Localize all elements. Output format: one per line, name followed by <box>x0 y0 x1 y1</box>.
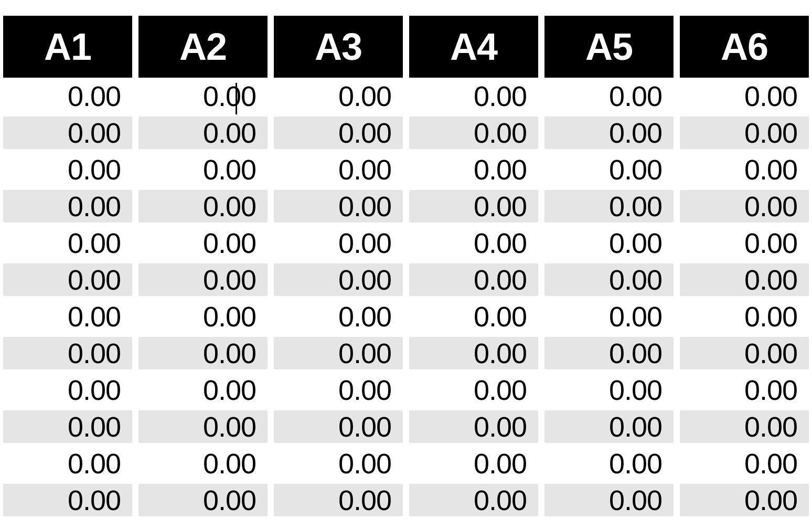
cell[interactable]: 0.00 <box>406 261 541 298</box>
cell[interactable]: 0.00 <box>135 408 271 445</box>
cell-value: 0.00 <box>338 190 391 222</box>
cell[interactable]: 0.00 <box>541 482 677 518</box>
cell[interactable]: 0.00 <box>135 482 271 518</box>
cell[interactable]: 0.00 <box>541 261 677 298</box>
cell[interactable]: 0.00 <box>406 188 541 225</box>
cell[interactable]: 0.00 <box>271 151 406 188</box>
cell[interactable]: 0.00 <box>0 482 135 518</box>
cell-value: 0.00 <box>474 80 527 112</box>
cell[interactable]: 0.00 <box>135 372 271 408</box>
cell-value: 0.00 <box>338 227 391 259</box>
cell[interactable]: 0.00 <box>271 261 406 298</box>
cell[interactable]: 0.00 <box>271 78 406 114</box>
cell[interactable]: 0.00 <box>0 445 135 482</box>
cell[interactable]: 0.00 <box>271 445 406 482</box>
cell[interactable]: 0.00 <box>677 114 812 151</box>
column-header-a2[interactable]: A2 <box>135 16 271 78</box>
column-header-a3[interactable]: A3 <box>271 16 406 78</box>
cell[interactable]: 0.00 <box>271 372 406 408</box>
cell-value: 0.00 <box>338 410 391 443</box>
cell[interactable]: 0.00 <box>406 151 541 188</box>
cell[interactable]: 0.00 <box>677 188 812 225</box>
cell-value: 0.00 <box>203 447 256 480</box>
cell[interactable]: 0.00 <box>406 408 541 445</box>
cell[interactable]: 0.00 <box>677 78 812 114</box>
cell[interactable]: 0.00 <box>271 408 406 445</box>
cell[interactable]: 0.00 <box>135 151 271 188</box>
cell[interactable]: 0.00 <box>135 445 271 482</box>
cell[interactable]: 0.00 <box>406 298 541 335</box>
cell[interactable]: 0.00 <box>541 78 677 114</box>
cell[interactable]: 0.00 <box>541 188 677 225</box>
cell[interactable]: 0.00 <box>0 298 135 335</box>
cell[interactable]: 0.00 <box>0 114 135 151</box>
cell[interactable]: 0.00 <box>271 114 406 151</box>
cell[interactable]: 0.00 <box>135 114 271 151</box>
cell[interactable]: 0.00 <box>677 445 812 482</box>
cell[interactable]: 0.00 <box>271 188 406 225</box>
cell[interactable]: 0.00 <box>0 261 135 298</box>
cell-value: 0.00 <box>338 484 391 516</box>
column-header-a1[interactable]: A1 <box>0 16 135 78</box>
cell[interactable]: 0.00 <box>135 188 271 225</box>
cell[interactable]: 0.00 <box>406 225 541 261</box>
cell[interactable]: 0.00 <box>135 78 271 114</box>
cell[interactable]: 0.00 <box>677 261 812 298</box>
cell[interactable]: 0.00 <box>271 482 406 518</box>
cell[interactable]: 0.00 <box>541 298 677 335</box>
table-row: 0.000.000.000.000.000.00 <box>0 78 812 114</box>
cell[interactable]: 0.00 <box>677 482 812 518</box>
cell-value: 0.00 <box>609 263 662 296</box>
cell[interactable]: 0.00 <box>677 151 812 188</box>
cell-value: 0.00 <box>609 410 662 443</box>
cell[interactable]: 0.00 <box>271 335 406 372</box>
cell[interactable]: 0.00 <box>0 225 135 261</box>
cell-value: 0.00 <box>474 153 527 186</box>
cell[interactable]: 0.00 <box>0 188 135 225</box>
column-header-a6[interactable]: A6 <box>677 16 812 78</box>
cell-value: 0.00 <box>744 116 797 149</box>
cell[interactable]: 0.00 <box>541 335 677 372</box>
cell[interactable]: 0.00 <box>135 225 271 261</box>
cell-value: 0.00 <box>474 484 527 516</box>
cell[interactable]: 0.00 <box>677 372 812 408</box>
cell[interactable]: 0.00 <box>541 445 677 482</box>
cell[interactable]: 0.00 <box>0 151 135 188</box>
cell[interactable]: 0.00 <box>135 298 271 335</box>
cell[interactable]: 0.00 <box>271 298 406 335</box>
cell-value: 0.00 <box>203 374 256 406</box>
cell[interactable]: 0.00 <box>541 151 677 188</box>
cell[interactable]: 0.00 <box>0 408 135 445</box>
cell[interactable]: 0.00 <box>271 225 406 261</box>
cell[interactable]: 0.00 <box>677 225 812 261</box>
table-row: 0.000.000.000.000.000.00 <box>0 372 812 408</box>
cell[interactable]: 0.00 <box>541 225 677 261</box>
cell[interactable]: 0.00 <box>541 114 677 151</box>
column-header-a5[interactable]: A5 <box>541 16 677 78</box>
cell[interactable]: 0.00 <box>406 445 541 482</box>
cell-value: 0.00 <box>609 374 662 406</box>
column-header-a4[interactable]: A4 <box>406 16 541 78</box>
table-row: 0.000.000.000.000.000.00 <box>0 408 812 445</box>
cell-value: 0.00 <box>203 263 256 296</box>
cell[interactable]: 0.00 <box>406 335 541 372</box>
cell[interactable]: 0.00 <box>0 372 135 408</box>
cell[interactable]: 0.00 <box>677 335 812 372</box>
cell[interactable]: 0.00 <box>677 298 812 335</box>
cell-value: 0.00 <box>474 410 527 443</box>
cell[interactable]: 0.00 <box>406 78 541 114</box>
cell[interactable]: 0.00 <box>135 261 271 298</box>
cell[interactable]: 0.00 <box>406 372 541 408</box>
cell[interactable]: 0.00 <box>0 78 135 114</box>
cell[interactable]: 0.00 <box>135 335 271 372</box>
cell[interactable]: 0.00 <box>0 335 135 372</box>
cell-value: 0.00 <box>203 300 256 333</box>
cell[interactable]: 0.00 <box>541 408 677 445</box>
cell[interactable]: 0.00 <box>541 372 677 408</box>
cell[interactable]: 0.00 <box>406 482 541 518</box>
cell[interactable]: 0.00 <box>677 408 812 445</box>
cell-value: 0.00 <box>609 447 662 480</box>
cell-value: 0.00 <box>609 227 662 259</box>
cell-value: 0.00 <box>609 190 662 222</box>
cell[interactable]: 0.00 <box>406 114 541 151</box>
